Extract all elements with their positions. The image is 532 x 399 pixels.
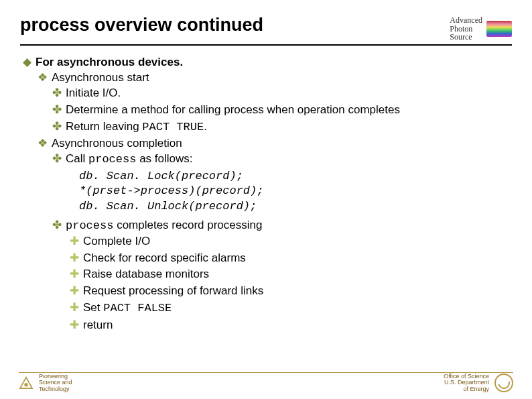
cross-icon: ✤ (52, 119, 62, 135)
bullet-text: Asynchronous completion (52, 137, 182, 150)
bullet-text: . (204, 120, 207, 133)
plus-icon: ✚ (70, 267, 79, 282)
diamond-outline-icon: ❖ (38, 70, 48, 86)
bullet-text: Complete I/O (83, 235, 150, 247)
footer: Pioneering Science and Technology Office… (0, 374, 532, 392)
bullet-text: For asynchronous devices. (36, 56, 183, 68)
list-item: ◆For asynchronous devices. ❖Asynchronous… (20, 55, 512, 168)
slide: process overview continued Advanced Phot… (0, 0, 532, 341)
code-line: db. Scan. Lock(precord); (79, 169, 512, 184)
cross-icon: ✤ (52, 86, 62, 101)
svg-point-0 (24, 383, 27, 386)
cross-icon: ✤ (52, 218, 62, 233)
list-item: ✤Initiate I/O. (38, 86, 512, 101)
bullet-text: Determine a method for calling process w… (66, 103, 400, 116)
cross-icon: ✤ (52, 152, 62, 167)
title-row: process overview continued Advanced Phot… (20, 15, 512, 46)
list-item: ✚Set PACT FALSE (52, 300, 512, 317)
bullet-text: Asynchronous start (52, 71, 149, 84)
plus-icon: ✚ (70, 318, 79, 333)
bullet-text: Set (83, 301, 103, 314)
code-text: PACT TRUE (142, 121, 204, 133)
aps-logo-text: Advanced Photon Source (450, 16, 482, 42)
bullet-text: return (83, 319, 113, 331)
list-item: ✤Call process as follows: (38, 152, 512, 168)
list-item: ✚Check for record specific alarms (52, 251, 512, 266)
list-item: ✚return (52, 318, 512, 333)
code-block: db. Scan. Lock(precord); *(prset->proces… (20, 169, 512, 213)
bullet-text: Request processing of forward links (83, 284, 263, 297)
aps-logo-line: Source (450, 33, 482, 42)
bullet-text: Return leaving (66, 120, 142, 133)
code-line: db. Scan. Unlock(precord); (79, 199, 512, 214)
bullet-text: Check for record specific alarms (83, 251, 246, 264)
content: ◆For asynchronous devices. ❖Asynchronous… (20, 55, 512, 333)
bullet-text: completes record processing (113, 219, 262, 231)
cross-icon: ✤ (52, 103, 62, 118)
plus-icon: ✚ (70, 284, 79, 299)
list-item: ✤Return leaving PACT TRUE. (38, 119, 512, 135)
plus-icon: ✚ (70, 234, 79, 249)
code-text: PACT FALSE (103, 302, 172, 315)
list-item: ❖Asynchronous start ✤Initiate I/O. ✤Dete… (23, 70, 512, 135)
code-text: process (66, 219, 113, 232)
list-item: ✚Complete I/O (52, 234, 512, 249)
aps-logo-line: Advanced (450, 16, 482, 25)
footer-right-text: Office of Science U.S. Department of Ene… (444, 374, 489, 392)
rainbow-icon (486, 21, 512, 37)
list-item: ✤process completes record processing ✚Co… (38, 218, 512, 334)
aps-logo: Advanced Photon Source (450, 15, 512, 42)
list-item: ✚Request processing of forward links (52, 284, 512, 299)
page-title: process overview continued (20, 15, 263, 36)
bullet-text: Raise database monitors (83, 268, 209, 280)
footer-left: Pioneering Science and Technology (19, 374, 72, 392)
footer-line: of Energy (444, 386, 489, 392)
list-item: ❖Asynchronous completion ✤Call process a… (23, 136, 512, 168)
footer-line: Technology (39, 386, 72, 392)
list-item: ✤Determine a method for calling process … (38, 103, 512, 118)
footer-left-text: Pioneering Science and Technology (39, 374, 72, 392)
swirl-icon (494, 374, 513, 392)
plus-icon: ✚ (70, 300, 79, 316)
bullet-text: Call (66, 152, 88, 165)
bullet-text: Initiate I/O. (66, 87, 121, 99)
diamond-icon: ◆ (23, 55, 31, 70)
diamond-outline-icon: ❖ (38, 136, 48, 152)
plus-icon: ✚ (70, 251, 79, 266)
bullet-text: as follows: (136, 152, 192, 165)
footer-right: Office of Science U.S. Department of Ene… (444, 374, 513, 392)
code-line: *(prset->process)(precord); (79, 184, 512, 198)
list-item: ✚Raise database monitors (52, 267, 512, 282)
triangle-icon (19, 376, 34, 390)
code-text: process (88, 153, 136, 166)
